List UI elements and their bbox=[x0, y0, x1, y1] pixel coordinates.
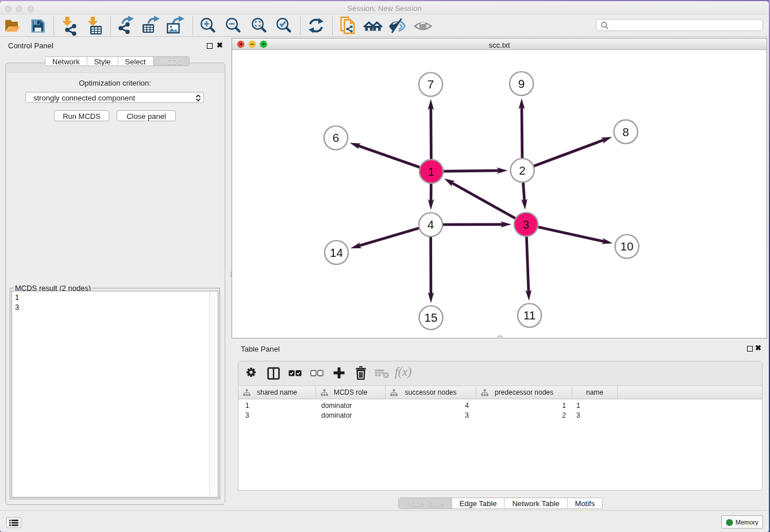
svg-text:7: 7 bbox=[428, 78, 434, 91]
svg-text:4: 4 bbox=[428, 218, 434, 231]
svg-text:9: 9 bbox=[518, 77, 525, 90]
svg-text:11: 11 bbox=[523, 309, 536, 322]
svg-text:15: 15 bbox=[425, 311, 438, 324]
svg-text:3: 3 bbox=[523, 218, 529, 231]
svg-text:2: 2 bbox=[519, 164, 525, 177]
svg-text:1: 1 bbox=[428, 165, 434, 178]
svg-text:6: 6 bbox=[333, 131, 339, 144]
svg-text:8: 8 bbox=[622, 125, 629, 138]
svg-text:14: 14 bbox=[330, 246, 343, 259]
svg-text:10: 10 bbox=[621, 240, 634, 253]
